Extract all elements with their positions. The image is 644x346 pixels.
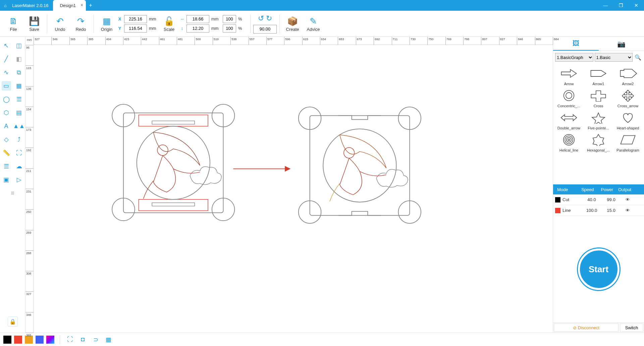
shape-arrow[interactable]: Arrow (555, 65, 583, 86)
undo-button[interactable]: ↶ Undo (50, 12, 70, 36)
category-select-1[interactable]: 1.BasicGraph (555, 53, 593, 62)
svg-rect-0 (123, 113, 223, 213)
group-tool[interactable]: ⧉ (14, 68, 24, 77)
x-input[interactable] (124, 15, 147, 23)
svg-point-20 (564, 91, 574, 101)
advice-button[interactable]: ✎ Advice (303, 12, 323, 36)
scale-button[interactable]: 🔓 Scale (159, 12, 179, 36)
array-tool[interactable]: ▤ (14, 108, 24, 117)
shape-label: Double_arrow (555, 126, 583, 130)
curve-tool[interactable]: ∿ (2, 68, 11, 77)
shape-five-pointe-[interactable]: Five-pointe... (585, 109, 612, 130)
document-tab[interactable]: Design1 × (53, 0, 86, 11)
shape-cross[interactable]: Cross (585, 87, 612, 108)
switch-button[interactable]: Switch (620, 324, 643, 332)
x-label: X (117, 16, 122, 21)
shape-arrow1[interactable]: Arrow1 (585, 65, 612, 86)
shape-label: Concentric_... (555, 104, 583, 108)
disconnect-button[interactable]: ⊘ Disconnect (554, 324, 619, 332)
rotate-ccw-icon[interactable]: ↺ (258, 14, 264, 23)
expand-tool[interactable]: ⛶ (14, 148, 24, 158)
layer-output-icon[interactable]: 👁 (620, 208, 635, 213)
shape-hexagonal-[interactable]: Hexagonal_... (585, 131, 612, 152)
new-tab-button[interactable]: + (86, 2, 95, 8)
ellipse-tool[interactable]: ◯ (2, 95, 11, 104)
line-tool[interactable]: ╱ (2, 54, 11, 64)
shape-concentric-[interactable]: Concentric_... (555, 87, 583, 108)
maximize-button[interactable]: ❐ (613, 3, 629, 8)
height-input[interactable] (186, 24, 209, 33)
close-tab-icon[interactable]: × (80, 2, 83, 8)
shape-label: Arrow1 (585, 82, 612, 86)
color-swatch-1[interactable] (14, 336, 22, 344)
shape-double-arrow[interactable]: Double_arrow (555, 109, 583, 130)
category-select-2[interactable]: 1.Basic (595, 53, 633, 62)
align-tool[interactable]: ☰ (14, 95, 24, 104)
edit-points-tool[interactable]: ⤴ (14, 135, 24, 144)
rotate-group: ↺ ↻ (253, 14, 277, 34)
cloud-tool[interactable]: ☁ (14, 162, 24, 171)
y-input[interactable] (124, 24, 147, 33)
polygon-tool[interactable]: ⬡ (2, 108, 11, 117)
layer-power: 99.0 (602, 197, 620, 202)
gallery-tab[interactable]: 🖼 (553, 37, 599, 51)
origin-icon: ▦ (103, 15, 111, 27)
layer-row[interactable]: Cut40.099.0👁 (553, 194, 644, 205)
marquee-tool[interactable]: ◫ (14, 41, 24, 50)
layer-mode: Cut (562, 197, 581, 202)
mirror-tool[interactable]: ▲▲ (14, 121, 24, 131)
width-input[interactable] (186, 15, 209, 23)
file-icon: 🗎 (9, 15, 18, 27)
create-button[interactable]: 📦 Create (282, 12, 303, 36)
shape-cross-arrow[interactable]: Cross_arrow (614, 87, 642, 108)
minimize-button[interactable]: — (598, 3, 613, 8)
color-swatch-4[interactable] (46, 336, 54, 344)
frame-tool[interactable]: ▣ (2, 175, 11, 184)
eraser-tool[interactable]: ◇ (2, 135, 11, 144)
design-canvas[interactable] (34, 45, 553, 333)
select-tool[interactable]: ↖ (2, 41, 11, 50)
focus-icon[interactable]: ◘ (78, 335, 88, 344)
layers-header: Mode Speed Power Output (553, 184, 644, 194)
layers-icon[interactable]: ☰ (2, 162, 11, 171)
play-tool[interactable]: ▷ (14, 175, 24, 184)
width-pct-input[interactable] (223, 15, 236, 23)
shape-icon (588, 109, 609, 126)
shape-parallelogram[interactable]: Parallelogram (614, 131, 642, 152)
vertical-ruler: 9611513515417319221123125026928830832734… (25, 45, 34, 333)
fill-tool[interactable]: ◧ (14, 54, 24, 64)
shape-label: Cross (585, 104, 612, 108)
shape-label: Helical_line (555, 148, 583, 152)
camera-tab[interactable]: 📷 (599, 37, 644, 51)
magnet-icon[interactable]: ⊃ (91, 335, 100, 344)
color-swatch-3[interactable] (36, 336, 44, 344)
layer-mode: Line (562, 208, 581, 213)
rectangle-tool[interactable]: ▭ (2, 81, 11, 91)
color-swatch-0[interactable] (3, 336, 11, 344)
origin-button[interactable]: ▦ Origin (97, 12, 117, 36)
search-icon[interactable]: 🔍 (634, 54, 642, 61)
layer-output-icon[interactable]: 👁 (620, 197, 635, 202)
file-button[interactable]: 🗎 File (3, 12, 23, 36)
sliders-tool[interactable]: ≡ (8, 188, 17, 198)
measure-tool[interactable]: 📏 (2, 148, 11, 158)
save-button[interactable]: 💾 Save (24, 12, 44, 36)
height-pct-input[interactable] (223, 24, 236, 33)
grid-shape-tool[interactable]: ▦ (14, 81, 24, 91)
rotate-input[interactable] (253, 25, 277, 34)
home-icon[interactable]: ⌂ (0, 3, 11, 8)
layer-row[interactable]: Line100.015.0👁 (553, 205, 644, 216)
rotate-cw-icon[interactable]: ↻ (266, 14, 272, 23)
shape-helical-line[interactable]: Helical_line (555, 131, 583, 152)
text-tool[interactable]: A (2, 121, 11, 131)
grid-icon[interactable]: ▦ (104, 335, 113, 344)
fit-screen-icon[interactable]: ⛶ (65, 335, 75, 344)
redo-button[interactable]: ↷ Redo (71, 12, 91, 36)
shape-heart-shaped[interactable]: Heart-shaped (614, 109, 642, 130)
shape-arrow2[interactable]: Arrow2 (614, 65, 642, 86)
height-icon: ↕ (180, 26, 184, 31)
tab-label: Design1 (60, 3, 76, 8)
start-button[interactable]: Start (578, 248, 620, 290)
lock-button[interactable]: 🔒 (8, 316, 18, 327)
close-window-button[interactable]: ✕ (629, 3, 644, 8)
